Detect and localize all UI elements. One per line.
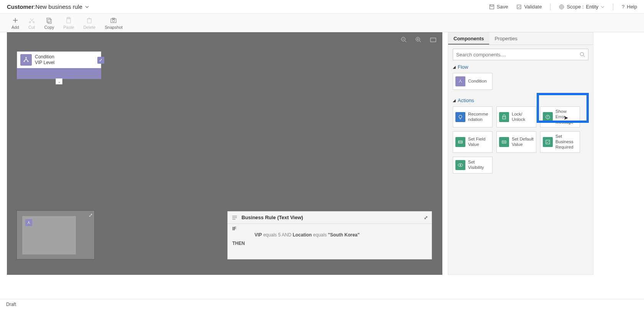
svg-rect-1 [491,5,493,6]
condition-drop-area[interactable] [17,68,101,79]
validate-label: Validate [524,4,542,10]
required-icon [543,137,553,147]
tile-lock-unlock[interactable]: Lock/ Unlock [496,106,536,127]
visibility-icon [455,160,465,170]
tab-components[interactable]: Components [448,33,489,45]
delete-button[interactable]: Delete [83,17,95,30]
copy-button[interactable]: Copy [44,17,54,30]
add-label: Add [12,25,19,30]
separator [550,3,550,10]
paste-icon [65,17,72,24]
svg-point-29 [460,164,461,166]
svg-rect-27 [546,140,550,144]
tile-set-business-required[interactable]: Set Business Required [540,131,580,152]
chevron-down-icon [601,5,605,9]
entity-name: Customer [7,3,34,10]
snapshot-button[interactable]: Snapshot [105,17,122,30]
delete-icon [86,17,93,24]
camera-icon [110,17,117,24]
components-panel: Components Properties Flow Condition Act… [448,32,593,275]
save-label: Save [497,4,508,10]
tile-setdefault-label: Set Default Value [512,137,534,147]
text-view-icon [232,215,238,221]
tile-lock-label: Lock/ Unlock [512,112,525,122]
status-text: Draft [6,302,16,307]
cut-label: Cut [28,25,35,30]
toolbar: Add Cut Copy Paste Delete Snapshot [0,14,644,32]
tile-set-field-value[interactable]: Set Field Value [453,131,493,152]
minimap[interactable]: ⤢ [16,210,95,259]
search-icon[interactable] [580,52,585,57]
zoom-in-button[interactable] [415,36,422,44]
condition-name-label: VIP Level [35,60,54,66]
copy-label: Copy [44,25,54,30]
save-icon [489,4,495,10]
condition-node[interactable]: Condition VIP Level ✓ ⌄ [17,51,101,79]
search-input[interactable] [456,52,580,58]
save-button[interactable]: Save [489,4,508,10]
svg-point-19 [28,61,29,62]
tile-recommendation-label: Recomme ndation [468,112,488,122]
minimap-expand-icon[interactable]: ⤢ [89,212,93,218]
svg-rect-23 [503,117,506,119]
zoom-out-button[interactable] [400,36,408,44]
svg-rect-8 [48,19,51,23]
chevron-down-icon[interactable] [85,5,89,9]
tile-bizreq-label: Set Business Required [555,134,573,150]
rule-expression: VIP equals 5 AND Location equals "South … [255,232,427,238]
validate-icon [516,4,522,10]
bulb-icon [455,112,465,122]
tile-show-error[interactable]: Show Error Message [540,106,580,127]
tile-condition[interactable]: Condition [453,73,493,90]
lock-icon [499,112,509,122]
tile-set-visibility[interactable]: Set Visibility [453,157,493,174]
tile-recommendation[interactable]: Recomme ndation [453,106,493,127]
svg-point-3 [560,5,564,9]
tile-condition-label: Condition [468,79,487,84]
text-view-panel: Business Rule (Text View) ⤢ IF VIP equal… [227,211,432,259]
help-button[interactable]: ? Help [622,4,637,10]
search-box[interactable] [453,49,588,60]
svg-point-20 [26,57,27,58]
status-bar: Draft [0,299,644,309]
fit-button[interactable] [429,36,437,44]
cut-button[interactable]: Cut [28,17,35,30]
text-view-title: Business Rule (Text View) [242,215,303,220]
tab-properties[interactable]: Properties [489,33,522,45]
group-actions[interactable]: Actions [453,97,588,103]
svg-point-22 [459,115,462,118]
paste-button[interactable]: Paste [63,17,74,30]
scope-icon [559,4,564,10]
svg-point-18 [24,61,25,62]
check-icon: ✓ [97,57,104,64]
svg-rect-0 [490,5,494,9]
snapshot-label: Snapshot [105,25,122,30]
copy-icon [46,17,53,24]
condition-type-label: Condition [35,54,54,60]
error-icon [543,112,553,122]
if-keyword: IF [232,226,427,231]
scope-selector[interactable]: Scope : Entity [559,4,605,10]
then-keyword: THEN [232,241,427,246]
separator [613,3,613,10]
page-title[interactable]: Customer:New business rule [7,3,89,10]
validate-button[interactable]: Validate [516,4,542,10]
scope-value: Entity [586,4,599,10]
help-icon: ? [622,4,624,10]
canvas[interactable]: Condition VIP Level ✓ ⌄ ⤢ Business Rule … [7,32,442,275]
svg-rect-11 [87,19,91,23]
svg-point-21 [580,53,584,56]
expand-icon[interactable]: ⤢ [424,215,428,220]
svg-rect-7 [47,18,50,22]
condition-icon [455,76,465,86]
tile-set-default-value[interactable]: Set Default Value [496,131,536,152]
group-flow[interactable]: Flow [453,64,588,70]
rule-name: New business rule [35,3,82,10]
default-icon [499,137,509,147]
expand-chevron-icon[interactable]: ⌄ [56,78,62,84]
svg-rect-17 [430,38,436,42]
minimap-condition-icon [25,219,32,226]
add-button[interactable]: Add [12,17,19,30]
condition-icon [20,54,32,66]
scope-label: Scope : [567,4,583,10]
